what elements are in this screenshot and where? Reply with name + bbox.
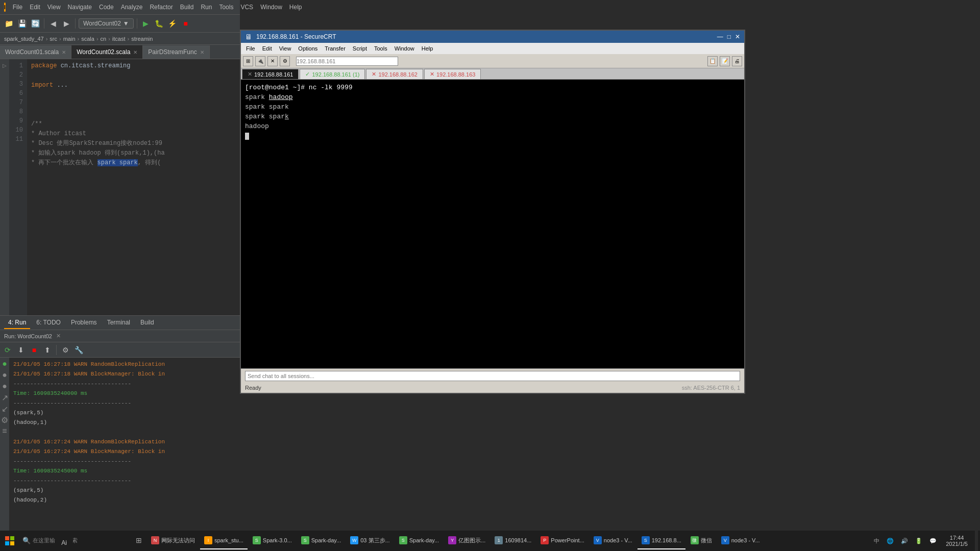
taskbar-clock[interactable]: 17:44 2021/1/5 [942,535,972,547]
scrt-tab-2[interactable]: ✕ 192.168.88.162 [366,69,423,79]
breadcrumb-project[interactable]: spark_study_47 [4,36,44,42]
scrt-connect-btn[interactable]: 🔌 [255,56,265,66]
stop-btn[interactable]: ■ [180,18,191,29]
run-stop-btn[interactable]: ■ [29,344,40,356]
scrt-tab-0[interactable]: ✕ 192.168.88.161 [242,69,299,79]
taskbar-task-view[interactable]: ⊞ [132,532,146,549]
tab-terminal[interactable]: Terminal [103,317,134,329]
menu-view[interactable]: View [44,3,64,12]
menu-tools[interactable]: Tools [216,3,236,12]
chat-input[interactable] [245,371,740,381]
breadcrumb-streaming[interactable]: streamin [131,36,153,42]
scrt-menu-tools[interactable]: Tools [371,44,390,53]
run-close-console-btn[interactable]: ⬆ [42,344,53,356]
scrt-menu-transfer[interactable]: Transfer [322,44,349,53]
scrt-disconnect-btn[interactable]: ✕ [267,56,278,66]
run-restart-btn[interactable]: ⟳ [2,344,13,356]
taskbar-item-12[interactable]: V node3 - V... [717,532,764,549]
menu-code[interactable]: Code [96,3,117,12]
tab-wordcount02[interactable]: WordCount02.scala ✕ [71,45,143,59]
menu-build[interactable]: Build [177,3,197,12]
scrt-menu-edit[interactable]: Edit [259,44,275,53]
show-desktop-btn[interactable] [975,531,978,551]
run-icon-4[interactable]: ↗ [1,393,9,402]
run-settings-btn[interactable]: 🔧 [73,344,84,356]
tab-problems[interactable]: Problems [67,317,101,329]
taskbar-item-0[interactable]: N 网际无法访问 [147,532,199,549]
scrt-tab-1[interactable]: ✓ 192.168.88.161 (1) [300,69,365,79]
open-project-btn[interactable]: 📁 [3,18,14,29]
taskbar-item-9[interactable]: V node3 - V... [590,532,636,549]
taskbar-item-10[interactable]: S 192.168.8... [638,532,685,549]
run-close-btn[interactable]: ✕ [56,333,61,339]
breadcrumb-cn[interactable]: cn [101,36,107,42]
taskbar-item-4[interactable]: W 03 第三步... [346,532,394,549]
scrt-log-btn[interactable]: 📝 [720,56,730,66]
close-btn[interactable]: ✕ [735,33,740,40]
scrt-menu-options[interactable]: Options [295,44,321,53]
maximize-btn[interactable]: □ [727,33,731,40]
network-icon[interactable]: 🌐 [885,538,896,544]
menu-refactor[interactable]: Refactor [146,3,176,12]
tab-run[interactable]: 4: Run [4,317,30,329]
tab-close-pairdstream[interactable]: ✕ [200,49,204,55]
scrt-menu-view[interactable]: View [276,44,295,53]
menu-window[interactable]: Window [257,3,285,12]
scrt-host-input[interactable] [296,57,398,66]
back-btn[interactable]: ◀ [47,18,59,29]
sync-btn[interactable]: 🔄 [30,18,41,29]
code-editor[interactable]: package cn.itcast.streaming import ... /… [27,59,240,315]
scrt-tab-3[interactable]: ✕ 192.168.88.163 [424,69,481,79]
ai-label[interactable]: Ai [55,534,73,551]
taskbar-search[interactable]: 🔍 在这里输入来搜索 [18,532,131,549]
start-button[interactable] [2,533,17,548]
bookmark-icon[interactable]: ▷ [1,61,9,69]
run-icon-6[interactable]: ⚙ [1,416,9,424]
debug-btn[interactable]: 🐛 [154,18,165,29]
run-icon-1[interactable]: ● [1,360,9,368]
tab-todo[interactable]: 6: TODO [32,317,65,329]
ime-indicator[interactable]: 中 [872,537,881,545]
menu-file[interactable]: File [10,3,26,12]
taskbar-item-8[interactable]: P PowerPoint... [536,532,588,549]
breadcrumb-scala[interactable]: scala [81,36,94,42]
menu-analyze[interactable]: Analyze [118,3,146,12]
minimize-btn[interactable]: — [717,33,723,40]
run-filter-btn[interactable]: ⚙ [60,344,71,356]
scrt-menu-help[interactable]: Help [419,44,436,53]
forward-btn[interactable]: ▶ [61,18,72,29]
tab-wordcount01[interactable]: WordCount01.scala ✕ [0,45,71,59]
scrt-print-btn[interactable]: 🖨 [732,56,742,66]
notification-icon[interactable]: 💬 [927,538,939,544]
breadcrumb-src[interactable]: src [50,36,57,42]
taskbar-item-7[interactable]: 1 1609814... [491,532,535,549]
run-icon-7[interactable]: ≡ [1,427,9,435]
terminal-content[interactable]: [root@node1 ~]# nc -lk 9999 spark hadoop… [241,80,744,368]
run-icon-5[interactable]: ↙ [1,405,9,413]
tab-close-wordcount01[interactable]: ✕ [62,49,66,55]
menu-run[interactable]: Run [198,3,215,12]
scrt-clipboard-btn[interactable]: 📋 [707,56,718,66]
scrt-menu-window[interactable]: Window [391,44,418,53]
menu-navigate[interactable]: Navigate [65,3,95,12]
menu-vcs[interactable]: VCS [237,3,256,12]
menu-help[interactable]: Help [286,3,305,12]
scrt-settings-btn[interactable]: ⚙ [280,56,290,66]
taskbar-item-11[interactable]: 微 微信 [687,532,716,549]
breadcrumb-itcast[interactable]: itcast [112,36,126,42]
taskbar-item-2[interactable]: S Spark-3.0... [249,532,296,549]
breadcrumb-main[interactable]: main [63,36,76,42]
save-btn[interactable]: 💾 [16,18,28,29]
tab-pairdstream[interactable]: PairDStreamFunc ✕ [143,45,209,59]
scrt-menu-script[interactable]: Script [350,44,370,53]
run-config-dropdown[interactable]: WordCount02 ▼ [79,18,134,29]
scrt-new-session-btn[interactable]: ⊞ [243,56,253,66]
run-icon-3[interactable]: ● [1,382,9,390]
volume-icon[interactable]: 🔊 [899,538,910,544]
taskbar-item-5[interactable]: S Spark-day... [395,532,444,549]
taskbar-item-6[interactable]: Y 亿图图示... [444,532,489,549]
tab-build[interactable]: Build [136,317,158,329]
menu-edit[interactable]: Edit [27,3,43,12]
battery-icon[interactable]: 🔋 [913,538,924,544]
taskbar-item-1[interactable]: I spark_stu... [200,532,248,549]
